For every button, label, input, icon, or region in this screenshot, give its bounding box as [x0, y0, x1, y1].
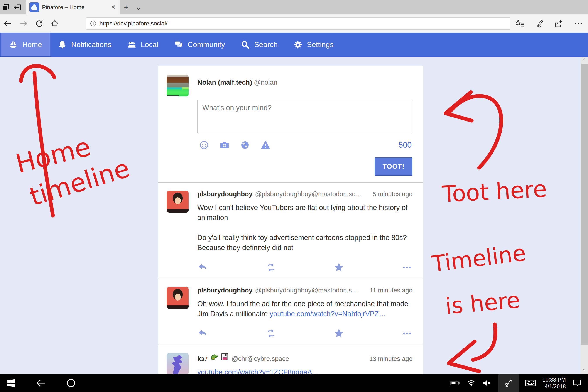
timeline-post: kз:ʳ @chr@cybre.space 13 minutes ago you…: [158, 344, 423, 374]
search-icon: [241, 40, 250, 49]
more-options-icon[interactable]: [572, 16, 585, 31]
favorite-star-icon[interactable]: [334, 328, 344, 339]
post-paragraph: Do y'all really think toy advertisement …: [197, 232, 412, 252]
post-body: Wow I can't believe YouTubers are flat o…: [197, 202, 412, 253]
tab-preview-chevron-icon[interactable]: ⌄: [132, 0, 144, 14]
content-warning-icon[interactable]: [260, 140, 270, 150]
post-timestamp[interactable]: 11 minutes ago: [370, 287, 412, 294]
taskbar-back-button[interactable]: [36, 374, 46, 392]
scrollbar-thumb[interactable]: [580, 64, 588, 344]
post-author-name[interactable]: plsburydoughboy: [197, 286, 252, 294]
web-note-pen-icon[interactable]: [533, 16, 546, 31]
display-name: Nolan (malf.tech): [197, 78, 252, 86]
screen: Pinafore – Home ✕ + ⌄ https://dev.pinafo…: [0, 0, 588, 392]
post-link[interactable]: youtube.com/watch?v=1ZCF8ngqeA…: [197, 368, 319, 374]
avatar[interactable]: [167, 75, 188, 96]
avatar[interactable]: [167, 191, 188, 212]
timeline-post: plsburydoughboy @plsburydoughboy@mastodo…: [158, 278, 423, 344]
post-body: Oh wow. I found the ad for the one piece…: [197, 299, 412, 319]
timeline-column: Nolan (malf.tech) @nolan: [158, 66, 423, 374]
nav-tab-settings[interactable]: Settings: [286, 33, 342, 56]
browser-tab-bar: Pinafore – Home ✕ + ⌄: [0, 0, 588, 14]
nav-tab-notifications[interactable]: Notifications: [50, 33, 119, 56]
start-button[interactable]: [6, 374, 16, 392]
refresh-button[interactable]: [31, 16, 47, 31]
bell-icon: [58, 40, 67, 49]
nav-label: Community: [188, 40, 225, 49]
media-upload-icon[interactable]: [220, 140, 230, 150]
scrollbar-up-icon[interactable]: ⌃: [580, 57, 588, 63]
reply-icon[interactable]: [197, 262, 208, 273]
post-link[interactable]: youtube.com/watch?v=NahfojrVPZ…: [270, 310, 386, 318]
wifi-icon[interactable]: [466, 374, 476, 392]
set-tabs-aside-icon[interactable]: [12, 0, 24, 14]
browser-tab-pinafore[interactable]: Pinafore – Home ✕: [26, 0, 120, 14]
privacy-globe-icon[interactable]: [240, 140, 250, 150]
boost-icon[interactable]: [266, 262, 276, 273]
pinafore-favicon-icon: [30, 2, 39, 12]
nav-tab-home[interactable]: Home: [1, 33, 50, 56]
action-center-icon[interactable]: [572, 374, 582, 392]
post-more-icon[interactable]: [402, 328, 412, 339]
tab-close-icon[interactable]: ✕: [110, 4, 117, 11]
tabs-set-aside-list-icon[interactable]: [0, 0, 12, 14]
avatar[interactable]: [167, 353, 188, 374]
nav-label: Notifications: [71, 40, 112, 49]
browser-toolbar: https://dev.pinafore.social/: [0, 14, 588, 33]
address-bar[interactable]: https://dev.pinafore.social/: [86, 18, 510, 30]
people-icon: [127, 40, 136, 49]
divider: [25, 2, 25, 13]
nav-tab-community[interactable]: Community: [166, 33, 233, 56]
post-author-handle[interactable]: @plsburydoughboy@mastodon.so…: [255, 190, 368, 198]
forward-button[interactable]: [16, 16, 31, 31]
toot-button[interactable]: TOOT!: [374, 158, 412, 176]
nav-label: Search: [254, 40, 278, 49]
nav-tab-local[interactable]: Local: [119, 33, 166, 56]
nav-label: Settings: [307, 40, 334, 49]
tab-title: Pinafore – Home: [42, 4, 106, 11]
post-author-handle[interactable]: @chr@cybre.space: [232, 355, 365, 362]
timeline-viewport: Nolan (malf.tech) @nolan: [0, 57, 588, 374]
compose-box: Nolan (malf.tech) @nolan: [158, 66, 423, 182]
boost-icon[interactable]: [266, 328, 276, 339]
back-button[interactable]: [0, 16, 16, 31]
favorite-star-icon[interactable]: [334, 262, 344, 273]
taskbar-clock[interactable]: 10:33 PM 4/1/2018: [542, 376, 566, 390]
char-counter: 500: [398, 140, 412, 150]
compose-input[interactable]: [197, 100, 412, 134]
pinafore-nav-bar: Home Notifications Local Community Searc…: [0, 33, 588, 57]
compose-author: Nolan (malf.tech) @nolan: [197, 75, 277, 86]
share-icon[interactable]: [552, 16, 565, 31]
scrollbar-down-icon[interactable]: ⌄: [580, 366, 588, 372]
new-tab-button[interactable]: +: [120, 0, 132, 14]
reply-icon[interactable]: [197, 328, 208, 339]
avatar[interactable]: [167, 287, 188, 309]
home-button[interactable]: [47, 16, 63, 31]
windows-taskbar: 10:33 PM 4/1/2018: [0, 374, 588, 392]
dragon-emoji-icon: [210, 352, 218, 361]
cortana-button[interactable]: [66, 374, 76, 392]
post-author-name[interactable]: plsburydoughboy: [197, 190, 252, 198]
page-scrollbar[interactable]: ⌃ ⌄: [580, 57, 588, 374]
timeline-post: plsburydoughboy @plsburydoughboy@mastodo…: [158, 182, 423, 278]
url-text: https://dev.pinafore.social/: [100, 20, 168, 27]
favorites-hub-icon[interactable]: [513, 16, 526, 31]
post-timestamp[interactable]: 13 minutes ago: [369, 355, 412, 362]
post-timestamp[interactable]: 5 minutes ago: [373, 190, 412, 198]
battery-icon[interactable]: [450, 374, 460, 392]
clock-date: 4/1/2018: [542, 383, 566, 390]
nav-tab-search[interactable]: Search: [233, 33, 286, 56]
clock-time: 10:33 PM: [542, 376, 566, 383]
nav-label: Home: [22, 40, 42, 49]
emoji-picker-icon[interactable]: [199, 140, 209, 150]
post-author-name[interactable]: kз:ʳ: [197, 355, 208, 362]
gear-icon: [293, 40, 302, 49]
volume-muted-icon[interactable]: [482, 374, 492, 392]
sailboat-icon: [9, 40, 18, 49]
post-paragraph: Wow I can't believe YouTubers are flat o…: [197, 202, 412, 222]
post-author-handle[interactable]: @plsburydoughboy@mastodon.s…: [255, 286, 366, 294]
site-info-icon[interactable]: [90, 20, 96, 27]
windows-ink-pen-icon[interactable]: [498, 374, 518, 392]
touch-keyboard-icon[interactable]: [525, 374, 536, 392]
post-more-icon[interactable]: [402, 262, 412, 273]
